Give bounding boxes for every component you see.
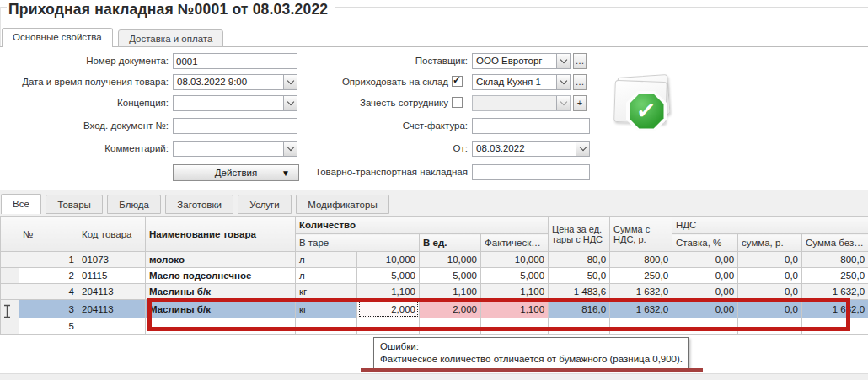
cell-name[interactable]: Масло подсолнечное [146, 268, 296, 284]
row-selector-cell[interactable] [1, 252, 19, 268]
cell-num[interactable]: 1 [19, 252, 78, 268]
cell-vat-rate[interactable]: 0,00 [672, 300, 738, 318]
cell-tare-editing[interactable]: 2,000 [357, 300, 420, 318]
cell-tare[interactable] [357, 318, 420, 335]
cell-sum-no-vat[interactable] [802, 318, 868, 335]
table-row[interactable]: 1 01073 молоко л 10,000 10,000 10,000 80… [1, 252, 868, 268]
cell-name[interactable]: Маслины б/к [146, 284, 296, 300]
credit-employee-checkbox[interactable] [452, 97, 463, 108]
cell-sum-vat[interactable] [610, 318, 672, 335]
cell-price[interactable]: 1 483,6 [549, 284, 610, 300]
col-header-sum-no-vat[interactable]: Сумма без… [802, 234, 868, 252]
cell-actual[interactable]: 1,100 [481, 284, 549, 300]
cell-num[interactable]: 3 [19, 300, 78, 318]
col-group-vat[interactable]: НДС [672, 217, 868, 234]
table-row[interactable]: 4 204113 Маслины б/к кг 1,100 1,100 1,10… [1, 284, 868, 300]
cell-code[interactable]: 204113 [78, 300, 146, 318]
col-header-actual[interactable]: Фактическ… [481, 234, 549, 252]
tab-services[interactable]: Услуги [238, 195, 291, 214]
cell-in-units[interactable]: 5,000 [420, 268, 481, 284]
row-selector-cell[interactable] [1, 284, 19, 300]
cell-actual[interactable]: 5,000 [481, 268, 549, 284]
cell-sum-vat[interactable]: 800,0 [610, 252, 672, 268]
cell-sum-vat[interactable]: 1 632,0 [610, 300, 672, 318]
col-header-code[interactable]: Код товара [78, 217, 146, 252]
tab-main-properties[interactable]: Основные свойства [2, 28, 113, 47]
col-header-in-units[interactable]: В ед. [420, 234, 481, 252]
cell-vat-amount[interactable]: 0,0 [738, 284, 802, 300]
table-row[interactable]: 2 01115 Масло подсолнечное л 5,000 5,000… [1, 268, 868, 284]
incoming-doc-input[interactable] [173, 118, 297, 134]
cell-sum-no-vat[interactable]: 800,0 [802, 252, 868, 268]
cell-vat-rate[interactable] [672, 318, 738, 335]
cell-name[interactable] [146, 318, 296, 335]
cell-in-units[interactable] [420, 318, 481, 335]
supplier-dropdown[interactable]: ООО Евроторг [472, 53, 571, 69]
row-selector-cell[interactable] [1, 318, 19, 335]
cell-in-units[interactable]: 1,100 [420, 284, 481, 300]
col-header-num[interactable]: № [19, 217, 78, 252]
col-header-name[interactable]: Наименование товара [146, 217, 296, 252]
tab-preparations[interactable]: Заготовки [165, 195, 233, 214]
cell-tare[interactable]: 5,000 [357, 268, 420, 284]
cell-num[interactable]: 5 [19, 318, 78, 335]
cell-name[interactable]: Маслины б/к [146, 300, 296, 318]
cell-tare[interactable]: 10,000 [357, 252, 420, 268]
cell-unit[interactable]: л [296, 268, 357, 284]
tab-goods[interactable]: Товары [46, 195, 103, 214]
cell-unit[interactable]: кг [296, 300, 357, 318]
supplier-browse-button[interactable]: … [573, 53, 587, 69]
invoice-factura-input[interactable] [472, 118, 590, 134]
concept-dropdown[interactable] [173, 95, 297, 111]
cell-vat-amount[interactable]: 0,0 [738, 252, 802, 268]
chevron-down-icon[interactable] [283, 75, 297, 89]
chevron-down-icon[interactable] [576, 142, 589, 156]
cell-sum-no-vat[interactable]: 1 632,0 [802, 284, 868, 300]
cell-in-units[interactable]: 10,000 [420, 252, 481, 268]
chevron-down-icon[interactable] [283, 96, 297, 110]
cell-tare[interactable]: 1,100 [357, 284, 420, 300]
cell-vat-rate[interactable]: 0,00 [672, 268, 738, 284]
cell-unit[interactable]: кг [296, 284, 357, 300]
warehouse-checkbox[interactable]: ✓ [452, 76, 463, 87]
cell-sum-no-vat[interactable]: 1 632,0 [802, 300, 868, 318]
cell-sum-no-vat[interactable]: 250,0 [802, 268, 868, 284]
tab-delivery-payment[interactable]: Доставка и оплата [118, 29, 223, 47]
actions-button[interactable]: Действия ▼ [173, 164, 299, 181]
cell-price[interactable]: 816,0 [549, 300, 610, 318]
table-row-empty[interactable]: 5 [1, 318, 868, 335]
cell-actual[interactable] [481, 318, 549, 335]
date-received-dropdown[interactable]: 08.03.2022 9:00 [173, 74, 297, 90]
cell-price[interactable]: 80,0 [549, 252, 610, 268]
cell-vat-rate[interactable]: 0,00 [672, 252, 738, 268]
chevron-down-icon[interactable] [283, 142, 297, 156]
cell-actual[interactable]: 10,000 [481, 252, 549, 268]
comment-dropdown[interactable] [173, 141, 297, 157]
cell-price[interactable]: 50,0 [549, 268, 610, 284]
cell-actual-error[interactable]: 1,100 [481, 300, 549, 318]
col-header-tare[interactable]: В таре [296, 234, 420, 252]
add-employee-button[interactable]: + [573, 95, 587, 111]
cell-unit[interactable] [296, 318, 357, 335]
warehouse-dropdown[interactable]: Склад Кухня 1 [472, 74, 571, 90]
table-row-selected[interactable]: 3 204113 Маслины б/к кг 2,000 2,000 1,10… [1, 300, 868, 318]
cell-vat-amount[interactable]: 0,0 [738, 300, 802, 318]
tab-dishes[interactable]: Блюда [107, 195, 161, 214]
cell-vat-amount[interactable]: 0,0 [738, 268, 802, 284]
cell-vat-rate[interactable]: 0,00 [672, 284, 738, 300]
waybill-input[interactable] [472, 164, 590, 180]
tab-all[interactable]: Все [1, 194, 41, 214]
cell-num[interactable]: 2 [19, 268, 78, 284]
cell-vat-amount[interactable] [738, 318, 802, 335]
cell-name[interactable]: молоко [146, 252, 296, 268]
cell-sum-vat[interactable]: 250,0 [610, 268, 672, 284]
cell-code[interactable]: 01115 [78, 268, 146, 284]
col-header-price[interactable]: Цена за ед. тары с НДС [549, 217, 610, 252]
cell-sum-vat[interactable]: 1 632,0 [610, 284, 672, 300]
col-header-vat-amount[interactable]: сумма, р. [738, 234, 802, 252]
col-header-sum-vat[interactable]: Сумма с НДС, р. [610, 217, 672, 252]
cell-unit[interactable]: л [296, 252, 357, 268]
doc-number-input[interactable] [173, 53, 297, 69]
from-date-dropdown[interactable]: 08.03.2022 [472, 141, 590, 157]
col-header-vat-rate[interactable]: Ставка, % [672, 234, 738, 252]
